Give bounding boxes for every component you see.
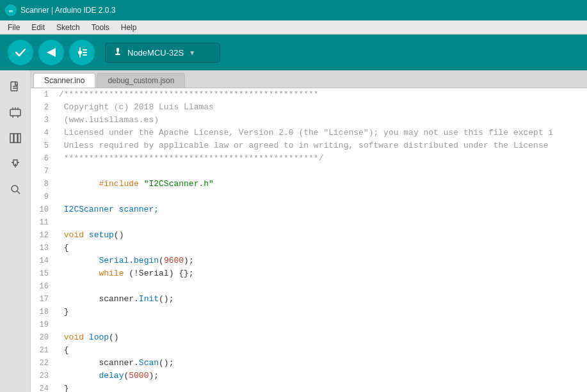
tab-debug-custom-json[interactable]: debug_custom.json bbox=[97, 73, 185, 88]
line-content[interactable]: scanner.Init(); bbox=[56, 293, 587, 306]
dropdown-arrow-icon: ▼ bbox=[189, 49, 195, 56]
sidebar-item-debug[interactable] bbox=[4, 152, 27, 175]
table-row: 13 { bbox=[31, 242, 587, 255]
line-content[interactable]: scanner.Scan(); bbox=[56, 357, 587, 370]
line-number: 2 bbox=[31, 101, 56, 114]
line-content[interactable]: Copyright (c) 2018 Luis Llamas bbox=[56, 101, 587, 114]
line-content[interactable] bbox=[56, 318, 587, 331]
sidebar bbox=[0, 70, 31, 392]
usb-icon bbox=[113, 47, 122, 58]
line-content[interactable] bbox=[56, 191, 587, 203]
table-row: 24 } bbox=[31, 382, 587, 392]
board-name: NodeMCU-32S bbox=[127, 48, 184, 58]
line-number: 22 bbox=[31, 357, 56, 370]
line-content[interactable]: void loop() bbox=[56, 331, 587, 344]
line-number: 24 bbox=[31, 382, 56, 392]
line-number: 3 bbox=[31, 114, 56, 127]
line-number: 12 bbox=[31, 229, 56, 242]
svg-rect-21 bbox=[10, 134, 13, 143]
menu-edit[interactable]: Edit bbox=[26, 22, 50, 33]
table-row: 21 { bbox=[31, 344, 587, 357]
table-row: 3 (www.luisllamas.es) bbox=[31, 114, 587, 127]
line-content[interactable] bbox=[56, 216, 587, 229]
line-number: 1 bbox=[31, 88, 56, 101]
line-content[interactable]: Unless required by applicable law or agr… bbox=[56, 139, 587, 152]
line-content[interactable]: /***************************************… bbox=[56, 88, 587, 101]
table-row: 18 } bbox=[31, 306, 587, 318]
line-number: 5 bbox=[31, 139, 56, 152]
line-number: 16 bbox=[31, 280, 56, 293]
board-selector[interactable]: NodeMCU-32S ▼ bbox=[105, 43, 220, 63]
sidebar-item-boards[interactable] bbox=[4, 101, 27, 124]
editor-area: Scanner.ino debug_custom.json 1/********… bbox=[31, 70, 587, 392]
svg-rect-23 bbox=[18, 134, 20, 143]
line-content[interactable]: Licensed under the Apache License, Versi… bbox=[56, 127, 587, 139]
line-content[interactable]: ****************************************… bbox=[56, 152, 587, 165]
svg-rect-11 bbox=[115, 54, 120, 55]
line-content[interactable]: I2CScanner scanner; bbox=[56, 203, 587, 216]
line-content[interactable]: while (!Serial) {}; bbox=[56, 267, 587, 280]
table-row: 4 Licensed under the Apache License, Ver… bbox=[31, 127, 587, 139]
menu-help[interactable]: Help bbox=[116, 22, 142, 33]
titlebar: ∞ Scanner | Arduino IDE 2.0.3 bbox=[0, 0, 587, 20]
line-number: 15 bbox=[31, 267, 56, 280]
tab-scanner-ino[interactable]: Scanner.ino bbox=[33, 73, 95, 88]
table-row: 17 scanner.Init(); bbox=[31, 293, 587, 306]
menu-sketch[interactable]: Sketch bbox=[51, 22, 85, 33]
sidebar-item-search[interactable] bbox=[4, 178, 27, 201]
table-row: 14 Serial.begin(9600); bbox=[31, 255, 587, 267]
line-content[interactable]: delay(5000); bbox=[56, 370, 587, 382]
line-number: 9 bbox=[31, 191, 56, 203]
menu-tools[interactable]: Tools bbox=[86, 22, 115, 33]
line-content[interactable]: (www.luisllamas.es) bbox=[56, 114, 587, 127]
line-content[interactable]: } bbox=[56, 382, 587, 392]
line-content[interactable]: } bbox=[56, 306, 587, 318]
table-row: 6 **************************************… bbox=[31, 152, 587, 165]
table-row: 19 bbox=[31, 318, 587, 331]
tab-bar: Scanner.ino debug_custom.json bbox=[31, 70, 587, 88]
line-number: 6 bbox=[31, 152, 56, 165]
line-content[interactable]: void setup() bbox=[56, 229, 587, 242]
line-number: 17 bbox=[31, 293, 56, 306]
verify-button[interactable] bbox=[8, 40, 33, 65]
svg-text:∞: ∞ bbox=[9, 8, 13, 14]
upload-button[interactable] bbox=[38, 40, 64, 65]
line-number: 20 bbox=[31, 331, 56, 344]
table-row: 1/**************************************… bbox=[31, 88, 587, 101]
line-content[interactable]: { bbox=[56, 242, 587, 255]
table-row: 9 bbox=[31, 191, 587, 203]
sidebar-item-libraries[interactable] bbox=[4, 127, 27, 150]
svg-rect-22 bbox=[14, 134, 17, 143]
svg-point-27 bbox=[12, 185, 18, 192]
menu-file[interactable]: File bbox=[3, 22, 25, 33]
line-number: 8 bbox=[31, 178, 56, 191]
line-content[interactable]: #include "I2CScanner.h" bbox=[56, 178, 587, 191]
table-row: 5 Unless required by applicable law or a… bbox=[31, 139, 587, 152]
line-content[interactable] bbox=[56, 280, 587, 293]
line-number: 19 bbox=[31, 318, 56, 331]
svg-rect-9 bbox=[117, 48, 119, 52]
line-content[interactable] bbox=[56, 165, 587, 178]
table-row: 16 bbox=[31, 280, 587, 293]
line-number: 21 bbox=[31, 344, 56, 357]
debug-button[interactable] bbox=[69, 40, 95, 65]
svg-rect-15 bbox=[10, 109, 20, 116]
line-content[interactable]: { bbox=[56, 344, 587, 357]
svg-marker-2 bbox=[47, 48, 56, 57]
line-number: 11 bbox=[31, 216, 56, 229]
line-number: 18 bbox=[31, 306, 56, 318]
line-number: 14 bbox=[31, 255, 56, 267]
svg-line-28 bbox=[17, 191, 20, 194]
sidebar-item-files[interactable] bbox=[4, 75, 27, 98]
line-number: 10 bbox=[31, 203, 56, 216]
window-title: Scanner | Arduino IDE 2.0.3 bbox=[20, 6, 116, 15]
table-row: 2 Copyright (c) 2018 Luis Llamas bbox=[31, 101, 587, 114]
line-content[interactable]: Serial.begin(9600); bbox=[56, 255, 587, 267]
main-area: Scanner.ino debug_custom.json 1/********… bbox=[0, 70, 587, 392]
toolbar: NodeMCU-32S ▼ bbox=[0, 35, 587, 70]
table-row: 8 #include "I2CScanner.h" bbox=[31, 178, 587, 191]
table-row: 7 bbox=[31, 165, 587, 178]
line-number: 4 bbox=[31, 127, 56, 139]
table-row: 10 I2CScanner scanner; bbox=[31, 203, 587, 216]
code-editor[interactable]: 1/**************************************… bbox=[31, 88, 587, 392]
